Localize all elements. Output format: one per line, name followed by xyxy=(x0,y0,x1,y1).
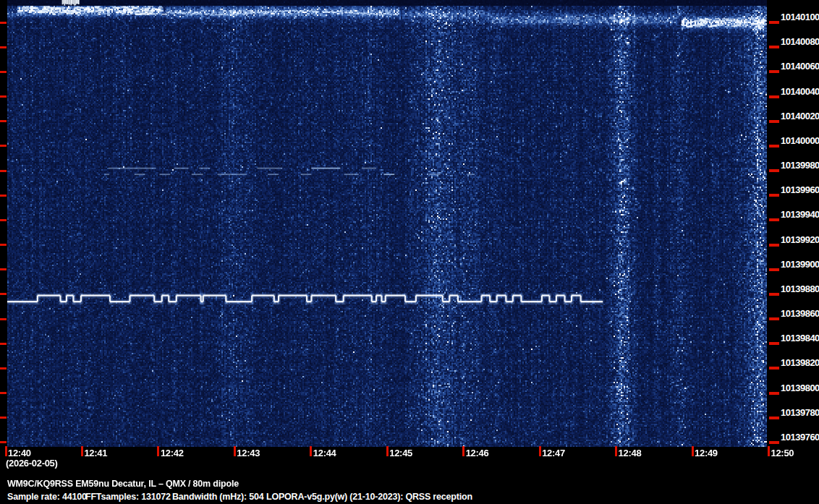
freq-tick-right xyxy=(769,70,779,73)
freq-axis-label: 10140020 xyxy=(781,111,819,121)
freq-tick-right xyxy=(769,293,779,296)
time-axis-label: 12:45 xyxy=(389,448,412,458)
time-axis-label: 12:50 xyxy=(771,448,794,458)
freq-tick-right xyxy=(769,367,779,370)
freq-tick-right xyxy=(769,95,779,98)
freq-axis-label: 10139960 xyxy=(781,185,819,195)
time-tick xyxy=(81,446,83,456)
freq-tick-right xyxy=(769,268,779,271)
freq-tick-right xyxy=(769,218,779,221)
freq-axis-label: 10140040 xyxy=(781,87,819,96)
freq-axis-label: 10139880 xyxy=(781,284,819,294)
freq-tick-left xyxy=(0,145,7,147)
freq-tick-left xyxy=(0,318,7,320)
freq-axis-label: 10140000 xyxy=(781,136,819,145)
time-axis-label: 12:40 xyxy=(8,448,31,458)
freq-tick-right xyxy=(769,317,779,320)
freq-tick-left xyxy=(0,95,7,98)
freq-tick-left xyxy=(0,244,7,246)
time-tick xyxy=(539,446,541,456)
freq-tick-left xyxy=(0,392,7,394)
time-axis-label: 12:48 xyxy=(619,448,642,458)
freq-axis-label: 10139760 xyxy=(781,432,819,442)
time-axis-label: 12:43 xyxy=(237,448,260,458)
time-axis-label: 12:44 xyxy=(313,448,336,458)
station-info-line: WM9C/KQ9RSS EM59nu Decatur, IL – QMX / 8… xyxy=(7,479,239,489)
time-axis-label: 12:47 xyxy=(542,448,565,458)
time-axis-label: 12:46 xyxy=(466,448,489,458)
time-tick xyxy=(157,446,159,456)
freq-tick-right xyxy=(769,441,779,444)
freq-axis-label: 10139860 xyxy=(781,309,819,318)
freq-tick-left xyxy=(0,195,7,197)
freq-axis-label: 10140100 xyxy=(781,12,819,22)
freq-axis-label: 10139940 xyxy=(781,210,819,219)
freq-axis-label: 10139980 xyxy=(781,161,819,170)
freq-axis-label: 10139800 xyxy=(781,383,819,393)
freq-axis-label: 10140080 xyxy=(781,37,819,46)
freq-axis-label: 10139840 xyxy=(781,333,819,343)
time-tick xyxy=(5,446,7,456)
qrss-grabber-screen: 1014010010140080101400601014004010140020… xyxy=(0,0,819,504)
freq-tick-left xyxy=(0,22,7,24)
freq-tick-right xyxy=(769,120,779,123)
time-tick xyxy=(386,446,389,456)
freq-tick-right xyxy=(769,392,779,395)
freq-tick-right xyxy=(769,46,779,48)
freq-tick-left xyxy=(0,71,7,73)
freq-axis-label: 10139820 xyxy=(781,358,819,367)
freq-tick-left xyxy=(0,343,7,345)
time-tick xyxy=(462,446,464,456)
freq-tick-left xyxy=(0,46,7,48)
freq-tick-left xyxy=(0,120,7,122)
date-annotation: (2026-02-05) xyxy=(6,458,58,469)
bandwidth-stat: Bandwidth (mHz): 504 xyxy=(172,492,264,502)
software-stat: LOPORA-v5g.py(w) (21-10-2023): QRSS rece… xyxy=(266,492,472,502)
freq-tick-right xyxy=(769,145,779,148)
freq-axis-label: 10139780 xyxy=(781,408,819,417)
fft-samples-stat: FFTsamples: 131072 xyxy=(85,492,171,502)
freq-tick-left xyxy=(0,170,7,172)
time-tick xyxy=(310,446,312,456)
freq-tick-right xyxy=(769,417,779,419)
freq-tick-left xyxy=(0,367,7,370)
stats-line: Sample rate: 44100 FFTsamples: 131072 Ba… xyxy=(0,492,819,503)
time-tick xyxy=(768,446,770,456)
freq-tick-right xyxy=(769,194,779,197)
time-axis-label: 12:41 xyxy=(84,448,107,458)
freq-tick-left xyxy=(0,219,7,221)
time-tick xyxy=(615,446,617,456)
freq-tick-right xyxy=(769,342,779,345)
freq-axis-label: 10139920 xyxy=(781,235,819,244)
spectrogram-waterfall xyxy=(7,0,767,447)
freq-tick-left xyxy=(0,268,7,270)
freq-tick-right xyxy=(769,244,779,247)
time-axis-label: 12:42 xyxy=(161,448,184,458)
time-tick xyxy=(234,446,236,456)
freq-axis-label: 10139900 xyxy=(781,260,819,269)
time-axis-label: 12:49 xyxy=(695,448,718,458)
freq-tick-left xyxy=(0,417,7,419)
sample-rate-stat: Sample rate: 44100 xyxy=(7,492,87,502)
time-tick xyxy=(692,446,694,456)
freq-axis-label: 10140060 xyxy=(781,61,819,71)
freq-tick-right xyxy=(769,169,779,172)
freq-tick-left xyxy=(0,293,7,295)
freq-tick-right xyxy=(769,21,779,24)
freq-tick-left xyxy=(0,441,7,443)
